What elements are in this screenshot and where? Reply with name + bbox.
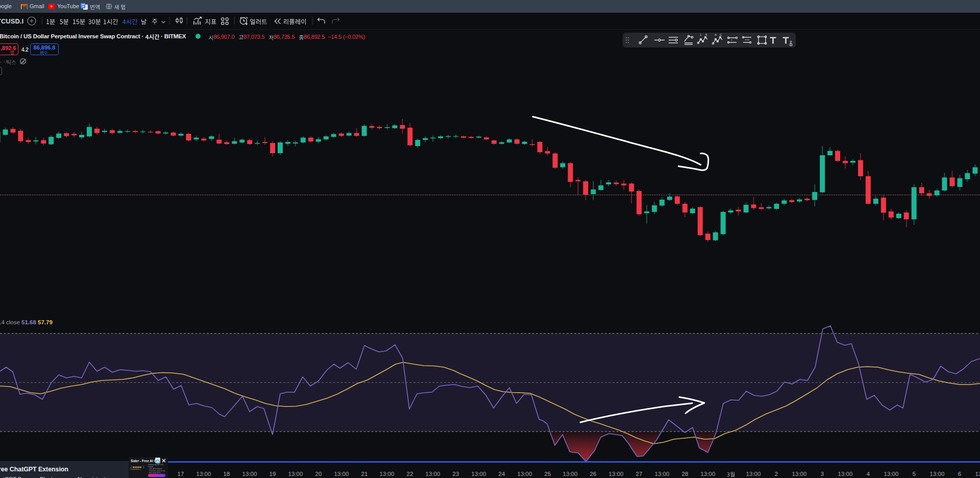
svg-text:5: 5 (705, 33, 707, 36)
svg-text:A: A (715, 33, 717, 36)
svg-text:C: C (720, 33, 722, 36)
svg-text:1: 1 (700, 33, 702, 36)
